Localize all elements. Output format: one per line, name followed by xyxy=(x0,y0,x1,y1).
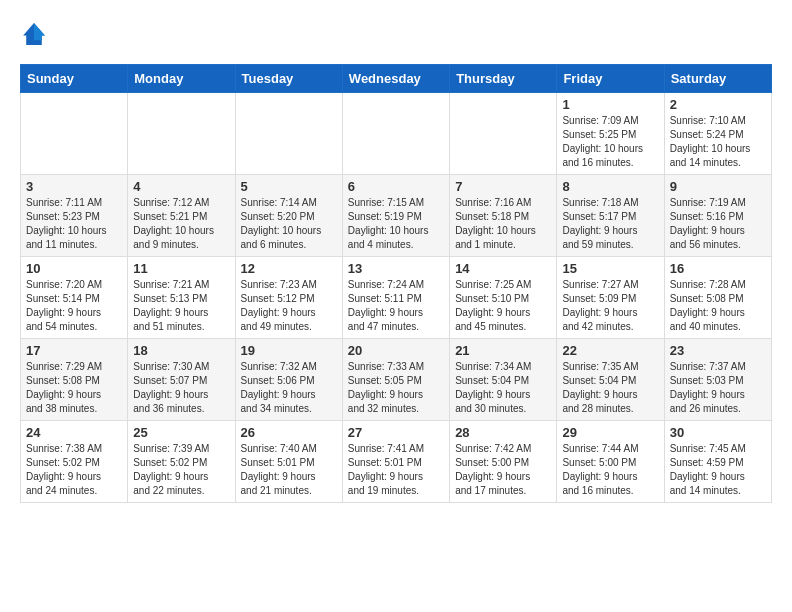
calendar-row: 1Sunrise: 7:09 AM Sunset: 5:25 PM Daylig… xyxy=(21,93,772,175)
calendar-cell: 10Sunrise: 7:20 AM Sunset: 5:14 PM Dayli… xyxy=(21,257,128,339)
calendar-cell: 19Sunrise: 7:32 AM Sunset: 5:06 PM Dayli… xyxy=(235,339,342,421)
calendar-cell xyxy=(342,93,449,175)
calendar-cell: 23Sunrise: 7:37 AM Sunset: 5:03 PM Dayli… xyxy=(664,339,771,421)
weekday-header: Tuesday xyxy=(235,65,342,93)
calendar-cell xyxy=(450,93,557,175)
day-number: 1 xyxy=(562,97,658,112)
day-number: 19 xyxy=(241,343,337,358)
day-info: Sunrise: 7:21 AM Sunset: 5:13 PM Dayligh… xyxy=(133,278,229,334)
calendar-cell: 28Sunrise: 7:42 AM Sunset: 5:00 PM Dayli… xyxy=(450,421,557,503)
calendar-cell: 9Sunrise: 7:19 AM Sunset: 5:16 PM Daylig… xyxy=(664,175,771,257)
weekday-header: Sunday xyxy=(21,65,128,93)
day-info: Sunrise: 7:30 AM Sunset: 5:07 PM Dayligh… xyxy=(133,360,229,416)
day-info: Sunrise: 7:37 AM Sunset: 5:03 PM Dayligh… xyxy=(670,360,766,416)
day-info: Sunrise: 7:40 AM Sunset: 5:01 PM Dayligh… xyxy=(241,442,337,498)
day-info: Sunrise: 7:33 AM Sunset: 5:05 PM Dayligh… xyxy=(348,360,444,416)
calendar-cell: 17Sunrise: 7:29 AM Sunset: 5:08 PM Dayli… xyxy=(21,339,128,421)
day-number: 21 xyxy=(455,343,551,358)
day-info: Sunrise: 7:27 AM Sunset: 5:09 PM Dayligh… xyxy=(562,278,658,334)
day-info: Sunrise: 7:09 AM Sunset: 5:25 PM Dayligh… xyxy=(562,114,658,170)
calendar-cell: 6Sunrise: 7:15 AM Sunset: 5:19 PM Daylig… xyxy=(342,175,449,257)
weekday-header: Saturday xyxy=(664,65,771,93)
day-info: Sunrise: 7:34 AM Sunset: 5:04 PM Dayligh… xyxy=(455,360,551,416)
day-info: Sunrise: 7:28 AM Sunset: 5:08 PM Dayligh… xyxy=(670,278,766,334)
calendar-cell: 24Sunrise: 7:38 AM Sunset: 5:02 PM Dayli… xyxy=(21,421,128,503)
calendar-cell: 8Sunrise: 7:18 AM Sunset: 5:17 PM Daylig… xyxy=(557,175,664,257)
day-number: 10 xyxy=(26,261,122,276)
calendar-cell: 2Sunrise: 7:10 AM Sunset: 5:24 PM Daylig… xyxy=(664,93,771,175)
day-info: Sunrise: 7:20 AM Sunset: 5:14 PM Dayligh… xyxy=(26,278,122,334)
calendar-cell: 21Sunrise: 7:34 AM Sunset: 5:04 PM Dayli… xyxy=(450,339,557,421)
day-info: Sunrise: 7:32 AM Sunset: 5:06 PM Dayligh… xyxy=(241,360,337,416)
calendar-row: 24Sunrise: 7:38 AM Sunset: 5:02 PM Dayli… xyxy=(21,421,772,503)
calendar-cell: 4Sunrise: 7:12 AM Sunset: 5:21 PM Daylig… xyxy=(128,175,235,257)
calendar-cell: 13Sunrise: 7:24 AM Sunset: 5:11 PM Dayli… xyxy=(342,257,449,339)
logo-icon xyxy=(20,20,48,48)
weekday-header: Friday xyxy=(557,65,664,93)
day-number: 20 xyxy=(348,343,444,358)
calendar-header-row: SundayMondayTuesdayWednesdayThursdayFrid… xyxy=(21,65,772,93)
calendar-cell: 1Sunrise: 7:09 AM Sunset: 5:25 PM Daylig… xyxy=(557,93,664,175)
weekday-header: Wednesday xyxy=(342,65,449,93)
day-info: Sunrise: 7:39 AM Sunset: 5:02 PM Dayligh… xyxy=(133,442,229,498)
day-info: Sunrise: 7:41 AM Sunset: 5:01 PM Dayligh… xyxy=(348,442,444,498)
calendar-row: 10Sunrise: 7:20 AM Sunset: 5:14 PM Dayli… xyxy=(21,257,772,339)
day-info: Sunrise: 7:10 AM Sunset: 5:24 PM Dayligh… xyxy=(670,114,766,170)
calendar-cell: 7Sunrise: 7:16 AM Sunset: 5:18 PM Daylig… xyxy=(450,175,557,257)
day-info: Sunrise: 7:24 AM Sunset: 5:11 PM Dayligh… xyxy=(348,278,444,334)
page-header xyxy=(20,20,772,48)
calendar-cell: 26Sunrise: 7:40 AM Sunset: 5:01 PM Dayli… xyxy=(235,421,342,503)
day-number: 27 xyxy=(348,425,444,440)
day-info: Sunrise: 7:15 AM Sunset: 5:19 PM Dayligh… xyxy=(348,196,444,252)
day-info: Sunrise: 7:16 AM Sunset: 5:18 PM Dayligh… xyxy=(455,196,551,252)
day-number: 22 xyxy=(562,343,658,358)
day-info: Sunrise: 7:18 AM Sunset: 5:17 PM Dayligh… xyxy=(562,196,658,252)
day-number: 13 xyxy=(348,261,444,276)
day-info: Sunrise: 7:35 AM Sunset: 5:04 PM Dayligh… xyxy=(562,360,658,416)
calendar-cell: 14Sunrise: 7:25 AM Sunset: 5:10 PM Dayli… xyxy=(450,257,557,339)
day-number: 26 xyxy=(241,425,337,440)
day-number: 25 xyxy=(133,425,229,440)
calendar-cell: 29Sunrise: 7:44 AM Sunset: 5:00 PM Dayli… xyxy=(557,421,664,503)
svg-marker-1 xyxy=(34,23,45,40)
day-number: 18 xyxy=(133,343,229,358)
calendar-cell: 15Sunrise: 7:27 AM Sunset: 5:09 PM Dayli… xyxy=(557,257,664,339)
day-number: 9 xyxy=(670,179,766,194)
day-info: Sunrise: 7:45 AM Sunset: 4:59 PM Dayligh… xyxy=(670,442,766,498)
day-info: Sunrise: 7:25 AM Sunset: 5:10 PM Dayligh… xyxy=(455,278,551,334)
calendar-row: 3Sunrise: 7:11 AM Sunset: 5:23 PM Daylig… xyxy=(21,175,772,257)
day-number: 8 xyxy=(562,179,658,194)
day-number: 14 xyxy=(455,261,551,276)
calendar-table: SundayMondayTuesdayWednesdayThursdayFrid… xyxy=(20,64,772,503)
day-info: Sunrise: 7:19 AM Sunset: 5:16 PM Dayligh… xyxy=(670,196,766,252)
day-info: Sunrise: 7:42 AM Sunset: 5:00 PM Dayligh… xyxy=(455,442,551,498)
calendar-cell: 12Sunrise: 7:23 AM Sunset: 5:12 PM Dayli… xyxy=(235,257,342,339)
day-info: Sunrise: 7:23 AM Sunset: 5:12 PM Dayligh… xyxy=(241,278,337,334)
calendar-cell xyxy=(128,93,235,175)
day-info: Sunrise: 7:12 AM Sunset: 5:21 PM Dayligh… xyxy=(133,196,229,252)
calendar-cell: 25Sunrise: 7:39 AM Sunset: 5:02 PM Dayli… xyxy=(128,421,235,503)
calendar-cell: 18Sunrise: 7:30 AM Sunset: 5:07 PM Dayli… xyxy=(128,339,235,421)
day-number: 16 xyxy=(670,261,766,276)
calendar-cell: 27Sunrise: 7:41 AM Sunset: 5:01 PM Dayli… xyxy=(342,421,449,503)
day-info: Sunrise: 7:38 AM Sunset: 5:02 PM Dayligh… xyxy=(26,442,122,498)
day-number: 12 xyxy=(241,261,337,276)
day-number: 17 xyxy=(26,343,122,358)
logo xyxy=(20,20,52,48)
day-number: 28 xyxy=(455,425,551,440)
weekday-header: Thursday xyxy=(450,65,557,93)
day-info: Sunrise: 7:14 AM Sunset: 5:20 PM Dayligh… xyxy=(241,196,337,252)
calendar-row: 17Sunrise: 7:29 AM Sunset: 5:08 PM Dayli… xyxy=(21,339,772,421)
day-number: 29 xyxy=(562,425,658,440)
day-number: 11 xyxy=(133,261,229,276)
calendar-cell: 16Sunrise: 7:28 AM Sunset: 5:08 PM Dayli… xyxy=(664,257,771,339)
weekday-header: Monday xyxy=(128,65,235,93)
calendar-cell: 22Sunrise: 7:35 AM Sunset: 5:04 PM Dayli… xyxy=(557,339,664,421)
calendar-cell xyxy=(235,93,342,175)
day-number: 3 xyxy=(26,179,122,194)
day-number: 30 xyxy=(670,425,766,440)
day-number: 5 xyxy=(241,179,337,194)
day-number: 4 xyxy=(133,179,229,194)
calendar-cell: 5Sunrise: 7:14 AM Sunset: 5:20 PM Daylig… xyxy=(235,175,342,257)
day-number: 6 xyxy=(348,179,444,194)
